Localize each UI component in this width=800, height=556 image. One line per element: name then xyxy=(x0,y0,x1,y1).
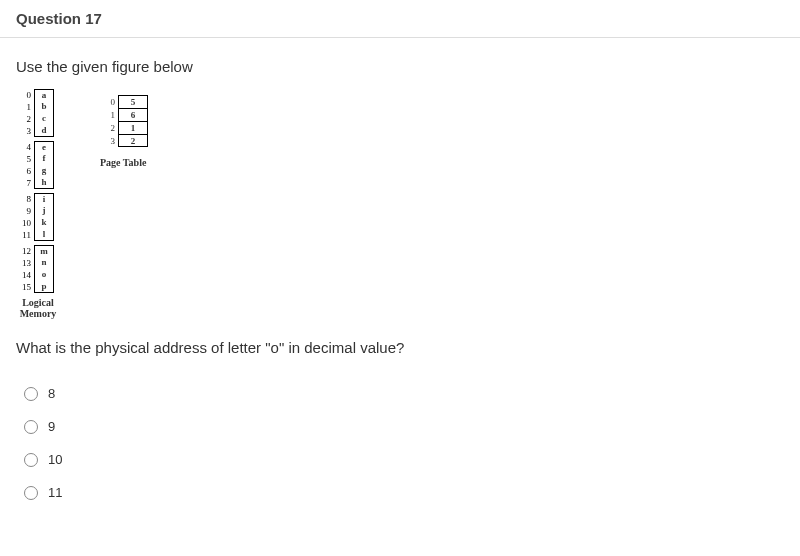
page-table-row: 05 xyxy=(100,95,148,108)
memory-cell: p xyxy=(34,281,54,293)
memory-cell: l xyxy=(34,229,54,241)
memory-index: 10 xyxy=(16,218,34,228)
memory-cell: d xyxy=(34,125,54,137)
logical-memory-block: 0a1b2c3d4e5f6g7h8i9j10k11l12m13n14o15p L… xyxy=(16,89,60,319)
memory-row: 15p xyxy=(16,281,54,293)
memory-row: 8i xyxy=(16,193,54,205)
page-table-index: 2 xyxy=(100,123,118,133)
memory-cell: f xyxy=(34,153,54,165)
memory-cell: c xyxy=(34,113,54,125)
page-table-label: Page Table xyxy=(100,157,146,168)
memory-row: 6g xyxy=(16,165,54,177)
page-table-row: 16 xyxy=(100,108,148,121)
memory-row: 1b xyxy=(16,101,54,113)
memory-group: 12m13n14o15p xyxy=(16,245,54,293)
memory-index: 2 xyxy=(16,114,34,124)
radio-icon[interactable] xyxy=(24,453,38,467)
memory-cell: o xyxy=(34,269,54,281)
memory-index: 13 xyxy=(16,258,34,268)
memory-row: 10k xyxy=(16,217,54,229)
memory-index: 5 xyxy=(16,154,34,164)
answer-option[interactable]: 8 xyxy=(24,386,784,401)
memory-cell: j xyxy=(34,205,54,217)
memory-index: 7 xyxy=(16,178,34,188)
radio-icon[interactable] xyxy=(24,420,38,434)
memory-row: 2c xyxy=(16,113,54,125)
memory-cell: i xyxy=(34,193,54,205)
memory-row: 12m xyxy=(16,245,54,257)
question-text: What is the physical address of letter "… xyxy=(16,339,784,356)
memory-cell: h xyxy=(34,177,54,189)
memory-row: 4e xyxy=(16,141,54,153)
question-title: Question 17 xyxy=(16,10,102,27)
memory-index: 15 xyxy=(16,282,34,292)
page-table-block: 05162132 Page Table xyxy=(100,95,148,168)
memory-row: 9j xyxy=(16,205,54,217)
page-table-index: 3 xyxy=(100,136,118,146)
memory-cell: a xyxy=(34,89,54,101)
memory-cell: e xyxy=(34,141,54,153)
memory-group: 8i9j10k11l xyxy=(16,193,54,241)
page-table-cell: 1 xyxy=(118,121,148,134)
page-table-index: 1 xyxy=(100,110,118,120)
option-label: 8 xyxy=(48,386,55,401)
memory-group: 0a1b2c3d xyxy=(16,89,54,137)
question-header: Question 17 xyxy=(0,0,800,38)
memory-index: 3 xyxy=(16,126,34,136)
logical-memory-groups: 0a1b2c3d4e5f6g7h8i9j10k11l12m13n14o15p xyxy=(16,89,54,293)
answer-options: 891011 xyxy=(16,386,784,500)
answer-option[interactable]: 9 xyxy=(24,419,784,434)
question-content: Use the given figure below 0a1b2c3d4e5f6… xyxy=(0,38,800,510)
memory-row: 11l xyxy=(16,229,54,241)
page-table-cell: 6 xyxy=(118,108,148,121)
memory-row: 13n xyxy=(16,257,54,269)
option-label: 11 xyxy=(48,485,62,500)
memory-index: 8 xyxy=(16,194,34,204)
memory-cell: g xyxy=(34,165,54,177)
memory-index: 4 xyxy=(16,142,34,152)
memory-index: 11 xyxy=(16,230,34,240)
answer-option[interactable]: 10 xyxy=(24,452,784,467)
option-label: 9 xyxy=(48,419,55,434)
page-table-cell: 2 xyxy=(118,134,148,147)
page-table-cell: 5 xyxy=(118,95,148,108)
memory-cell: k xyxy=(34,217,54,229)
memory-index: 12 xyxy=(16,246,34,256)
page-table-row: 32 xyxy=(100,134,148,147)
memory-index: 0 xyxy=(16,90,34,100)
memory-row: 0a xyxy=(16,89,54,101)
memory-row: 5f xyxy=(16,153,54,165)
option-label: 10 xyxy=(48,452,62,467)
memory-index: 14 xyxy=(16,270,34,280)
radio-icon[interactable] xyxy=(24,486,38,500)
memory-cell: m xyxy=(34,245,54,257)
logical-memory-label: LogicalMemory xyxy=(16,297,60,319)
radio-icon[interactable] xyxy=(24,387,38,401)
memory-group: 4e5f6g7h xyxy=(16,141,54,189)
memory-cell: b xyxy=(34,101,54,113)
memory-index: 6 xyxy=(16,166,34,176)
memory-index: 9 xyxy=(16,206,34,216)
figure-area: 0a1b2c3d4e5f6g7h8i9j10k11l12m13n14o15p L… xyxy=(16,89,784,319)
page-table-index: 0 xyxy=(100,97,118,107)
answer-option[interactable]: 11 xyxy=(24,485,784,500)
memory-row: 3d xyxy=(16,125,54,137)
memory-index: 1 xyxy=(16,102,34,112)
page-table-rows: 05162132 xyxy=(100,95,148,147)
memory-row: 7h xyxy=(16,177,54,189)
instruction-text: Use the given figure below xyxy=(16,58,784,75)
memory-row: 14o xyxy=(16,269,54,281)
page-table-row: 21 xyxy=(100,121,148,134)
memory-cell: n xyxy=(34,257,54,269)
